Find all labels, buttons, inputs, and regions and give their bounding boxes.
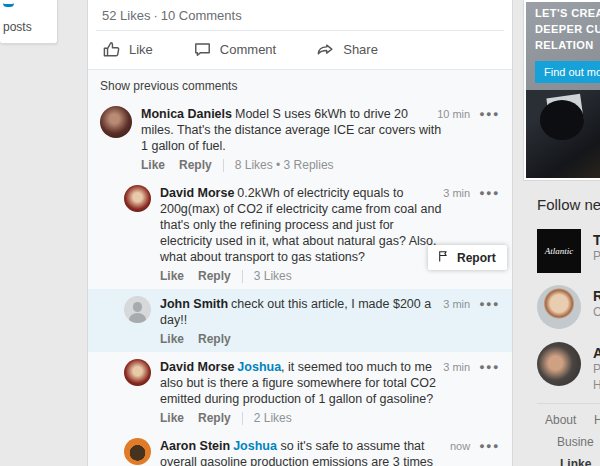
comment-likes-count[interactable]: 3 Likes [254, 269, 292, 283]
comment-actions: LikeReply8 Likes • 3 Replies [141, 158, 500, 172]
flag-icon [437, 249, 450, 267]
comment-timestamp: 3 min [443, 187, 470, 199]
comments-count[interactable]: 10 Comments [161, 8, 242, 23]
post-social-counts: 52 Likes·10 Comments [88, 0, 512, 30]
comment-meta: 10 min●●● [437, 108, 500, 120]
post-card: 52 Likes·10 Comments Like Comment Share … [88, 0, 512, 466]
follow-subtitle: CEO a [593, 304, 600, 320]
comment-text: Aaron SteinJoshua so it's safe to assume… [160, 438, 500, 466]
comment-reply-button[interactable]: Reply [198, 269, 231, 283]
follow-subtitle: Huffin [593, 377, 600, 393]
ad-headline: DEEPER CU [526, 21, 600, 37]
follow-name[interactable]: Ryan [593, 288, 600, 304]
follow-name[interactable]: Arian [593, 345, 600, 361]
page: posts 52 Likes·10 Comments Like Comment … [0, 0, 600, 466]
divider [242, 412, 243, 425]
comment-reply-button[interactable]: Reply [198, 411, 231, 425]
avatar[interactable] [124, 438, 151, 465]
comment-button[interactable]: Comment [193, 40, 276, 59]
left-rail-card: posts [0, 0, 58, 44]
comment-meta: 3 min●●● [443, 298, 500, 310]
ad-card[interactable]: LET'S CREA DEEPER CU RELATION Find out m… [524, 0, 600, 180]
report-menu-item[interactable]: Report [457, 251, 496, 265]
avatar[interactable] [124, 296, 151, 323]
follow-name[interactable]: The A [593, 232, 600, 248]
likes-count[interactable]: 52 Likes [102, 8, 150, 23]
avatar [537, 285, 581, 329]
comment-timestamp: now [450, 440, 470, 452]
follow-subtitle: Presid [593, 361, 600, 377]
follow-suggestion-ryan[interactable]: Ryan CEO a [537, 285, 600, 329]
left-rail-posts-label[interactable]: posts [3, 20, 32, 34]
comment-body: David Morse0.2kWh of electricity equals … [160, 185, 500, 285]
commenter-name[interactable]: David Morse [160, 186, 234, 200]
left-rail-link-fragment-icon [3, 0, 14, 7]
comment-like-button[interactable]: Like [160, 332, 184, 346]
comment-row: Aaron SteinJoshua so it's safe to assume… [88, 431, 512, 466]
stats-separator: · [153, 8, 157, 23]
commenter-name[interactable]: John Smith [160, 297, 228, 311]
find-out-more-button[interactable]: Find out mor [535, 61, 600, 83]
post-actions-bar: Like Comment Share [88, 31, 512, 69]
footer-link-help[interactable]: H [594, 413, 600, 427]
comment-timestamp: 3 min [443, 298, 470, 310]
right-rail: LET'S CREA DEEPER CU RELATION Find out m… [524, 0, 600, 466]
avatar [537, 342, 581, 386]
mention-link[interactable]: Joshua [237, 360, 281, 374]
footer-link-about[interactable]: About [545, 413, 576, 427]
follow-subtitle: Popula [593, 248, 600, 264]
avatar[interactable] [124, 185, 151, 212]
overflow-menu-icon[interactable]: ●●● [479, 109, 500, 119]
comment-actions: LikeReply2 Likes [160, 411, 500, 425]
comment-timestamp: 3 min [443, 361, 470, 373]
overflow-menu-icon[interactable]: ●●● [479, 299, 500, 309]
commenter-name[interactable]: David Morse [160, 360, 234, 374]
comment-timestamp: 10 min [437, 108, 470, 120]
ad-photo [526, 90, 600, 178]
commenter-name[interactable]: Aaron Stein [160, 439, 230, 453]
follow-suggestion-the-atlantic[interactable]: Atlantic The A Popula [537, 229, 600, 273]
ad-headline: LET'S CREA [526, 2, 600, 21]
divider [537, 403, 600, 404]
show-previous-comments[interactable]: Show previous comments [88, 70, 512, 99]
commenter-name[interactable]: Monica Daniels [141, 107, 232, 121]
follow-section-heading: Follow new p [537, 196, 600, 213]
overflow-menu-icon[interactable]: ●●● [479, 441, 500, 451]
comment-like-button[interactable]: Like [160, 269, 184, 283]
comment-meta: now●●● [450, 440, 500, 452]
comment-reply-button[interactable]: Reply [179, 158, 212, 172]
comment-meta: 3 min●●● [443, 361, 500, 373]
ad-headline: RELATION [526, 37, 600, 53]
footer-link-business[interactable]: Busine [557, 435, 594, 449]
comment-row: David MorseJoshua, it seemed too much to… [88, 352, 512, 431]
avatar[interactable] [100, 106, 132, 138]
comment-likes-count[interactable]: 2 Likes [254, 411, 292, 425]
comment-row: Monica DanielsModel S uses 6kWh to drive… [88, 99, 512, 178]
comment-actions: LikeReply [160, 332, 500, 346]
comments-list: Monica DanielsModel S uses 6kWh to drive… [88, 99, 512, 466]
atlantic-logo: Atlantic [537, 229, 581, 273]
follow-suggestion-arianna[interactable]: Arian Presid Huffin [537, 342, 600, 393]
comment-icon [193, 40, 212, 59]
avatar[interactable] [124, 359, 151, 386]
comment-like-button[interactable]: Like [141, 158, 165, 172]
comment-row: David Morse0.2kWh of electricity equals … [88, 178, 512, 289]
comment-like-button[interactable]: Like [160, 411, 184, 425]
footer-linkedin-fragment: Linke [560, 457, 591, 466]
overflow-menu-icon[interactable]: ●●● [479, 188, 500, 198]
comment-body: Aaron SteinJoshua so it's safe to assume… [160, 438, 500, 466]
share-button[interactable]: Share [316, 40, 378, 59]
comment-likes-count[interactable]: 8 Likes • 3 Replies [235, 158, 334, 172]
divider [242, 270, 243, 283]
comment-row: John Smithcheck out this article, I made… [88, 289, 512, 352]
mention-link[interactable]: Joshua [233, 439, 277, 453]
report-menu: Report [428, 245, 507, 270]
like-button[interactable]: Like [102, 40, 153, 59]
share-icon [316, 40, 335, 59]
comment-actions: LikeReply3 Likes [160, 269, 500, 283]
divider [223, 159, 224, 172]
comment-reply-button[interactable]: Reply [198, 332, 231, 346]
thumbs-up-icon [102, 40, 121, 59]
comment-meta: 3 min●●● [443, 187, 500, 199]
overflow-menu-icon[interactable]: ●●● [479, 362, 500, 372]
